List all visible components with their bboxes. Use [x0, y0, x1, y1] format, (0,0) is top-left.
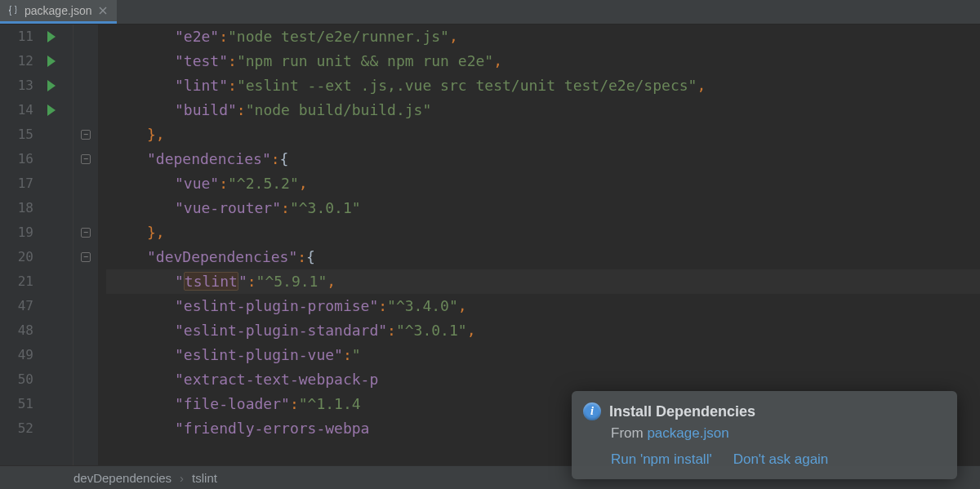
- fold-cell: −: [74, 122, 98, 147]
- fold-cell: [74, 318, 98, 343]
- code-line[interactable]: "vue": "^2.5.2",: [106, 171, 980, 196]
- fold-gutter: −−−−: [74, 24, 98, 465]
- fold-cell: [74, 24, 98, 49]
- run-npm-install-link[interactable]: Run 'npm install': [611, 451, 712, 468]
- fold-open-icon[interactable]: −: [81, 252, 91, 262]
- run-gutter-icon[interactable]: [47, 56, 56, 67]
- code-line[interactable]: "e2e": "node test/e2e/runner.js",: [106, 24, 980, 49]
- line-number: 18: [0, 196, 66, 220]
- line-number: 12: [0, 49, 66, 73]
- fold-cell: [74, 98, 98, 122]
- fold-cell: [74, 416, 98, 441]
- code-line[interactable]: "eslint-plugin-standard": "^3.0.1",: [106, 318, 980, 343]
- json-file-icon: [7, 4, 20, 17]
- line-number-gutter: 1112131415161718192021474849505152: [0, 24, 74, 465]
- fold-cell: [74, 196, 98, 220]
- code-line[interactable]: "lint": "eslint --ext .js,.vue src test/…: [106, 73, 980, 98]
- run-gutter-icon[interactable]: [47, 80, 56, 91]
- code-line[interactable]: "dependencies": {: [106, 147, 980, 171]
- tab-package-json[interactable]: package.json: [0, 0, 117, 24]
- popup-file-link[interactable]: package.json: [647, 425, 728, 441]
- line-number: 52: [0, 416, 66, 441]
- code-line[interactable]: "eslint-plugin-promise": "^3.4.0",: [106, 294, 980, 318]
- fold-cell: [74, 343, 98, 367]
- fold-cell: −: [74, 245, 98, 269]
- fold-close-icon[interactable]: −: [81, 130, 91, 140]
- fold-cell: [74, 171, 98, 196]
- code-line[interactable]: "devDependencies": {: [106, 245, 980, 269]
- popup-from-label: From: [611, 425, 644, 441]
- fold-cell: −: [74, 220, 98, 245]
- close-icon[interactable]: [97, 5, 109, 16]
- popup-title: Install Dependencies: [609, 403, 755, 420]
- line-number: 47: [0, 294, 66, 318]
- code-line[interactable]: "vue-router": "^3.0.1": [106, 196, 980, 220]
- line-number: 51: [0, 392, 66, 416]
- info-icon: i: [583, 402, 601, 420]
- fold-close-icon[interactable]: −: [81, 228, 91, 238]
- line-number: 11: [0, 24, 66, 49]
- line-number: 16: [0, 147, 66, 171]
- code-line[interactable]: },: [106, 122, 980, 147]
- line-number: 48: [0, 318, 66, 343]
- code-line[interactable]: "extract-text-webpack-p: [106, 367, 980, 392]
- line-number: 20: [0, 245, 66, 269]
- line-number: 50: [0, 367, 66, 392]
- tab-bar: package.json: [0, 0, 980, 24]
- line-number: 15: [0, 122, 66, 147]
- code-line[interactable]: "test": "npm run unit && npm run e2e",: [106, 49, 980, 73]
- line-number: 21: [0, 269, 66, 294]
- code-line[interactable]: "eslint-plugin-vue": ": [106, 343, 980, 367]
- tab-label: package.json: [24, 4, 92, 17]
- code-line[interactable]: "build": "node build/build.js": [106, 98, 980, 122]
- dont-ask-again-link[interactable]: Don't ask again: [733, 451, 829, 468]
- fold-cell: [74, 294, 98, 318]
- run-gutter-icon[interactable]: [47, 31, 56, 42]
- fold-cell: −: [74, 147, 98, 171]
- line-number: 17: [0, 171, 66, 196]
- fold-open-icon[interactable]: −: [81, 154, 91, 164]
- fold-cell: [74, 367, 98, 392]
- run-gutter-icon[interactable]: [47, 104, 56, 116]
- line-number: 19: [0, 220, 66, 245]
- line-number: 13: [0, 73, 66, 98]
- install-dependencies-popup: i Install Dependencies From package.json…: [572, 391, 957, 479]
- line-number: 14: [0, 98, 66, 122]
- breadcrumb-item[interactable]: devDependencies: [74, 471, 172, 485]
- code-line[interactable]: "tslint": "^5.9.1",: [106, 269, 980, 294]
- code-line[interactable]: },: [106, 220, 980, 245]
- line-number: 49: [0, 343, 66, 367]
- fold-cell: [74, 73, 98, 98]
- fold-cell: [74, 49, 98, 73]
- chevron-right-icon: ›: [180, 471, 184, 485]
- breadcrumb-item[interactable]: tslint: [192, 471, 217, 485]
- fold-cell: [74, 269, 98, 294]
- fold-cell: [74, 392, 98, 416]
